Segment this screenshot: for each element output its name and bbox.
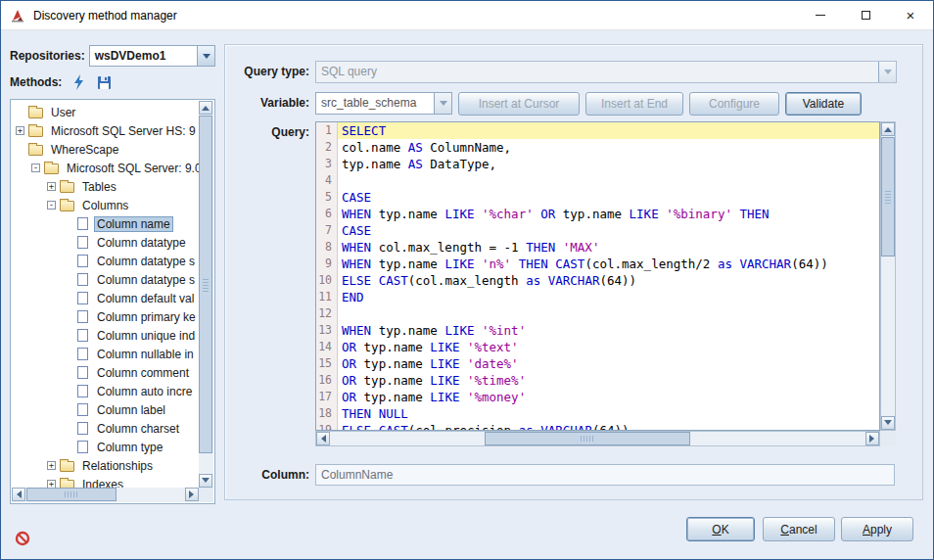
tree-item-label: Microsoft SQL Server: 9.0 - — [64, 161, 199, 176]
line-number: 11 — [316, 289, 338, 305]
line-number: 14 — [316, 339, 338, 355]
tree-item[interactable]: Column datatype s — [12, 270, 199, 289]
code-line: 12 — [316, 305, 879, 322]
tree-item-label: Column datatype s — [94, 254, 198, 269]
tree-item[interactable]: Column datatype s — [12, 252, 199, 270]
dropdown-arrow-icon — [878, 62, 896, 82]
tree-item-label: Column nullable in — [94, 347, 197, 362]
tree-item[interactable]: -Microsoft SQL Server: 9.0 - — [12, 159, 199, 177]
tree-indent — [63, 219, 71, 228]
tree-horizontal-scrollbar[interactable] — [12, 488, 199, 502]
tree-item[interactable]: Column label — [12, 400, 199, 419]
tree-item[interactable]: Column unique ind — [12, 326, 199, 345]
variable-combobox[interactable]: src_table_schema — [315, 92, 452, 115]
repositories-row: Repositories: wsDVDemo1 — [10, 44, 215, 68]
tree-item[interactable]: User — [12, 103, 199, 121]
scroll-down-button[interactable] — [199, 474, 212, 488]
cancel-button[interactable]: Cancel — [763, 517, 835, 541]
close-button[interactable]: × — [888, 1, 933, 29]
tree-item[interactable]: Column name — [12, 214, 199, 233]
tree-item[interactable]: Column datatype — [12, 233, 199, 252]
scroll-up-button[interactable] — [199, 101, 212, 115]
tree-vertical-scrollbar[interactable] — [199, 101, 213, 488]
maximize-button[interactable] — [843, 1, 888, 29]
minimize-button[interactable] — [798, 1, 843, 29]
scrollbar-thumb[interactable] — [485, 432, 690, 445]
code-line: 14OR typ.name LIKE '%text' — [316, 339, 879, 355]
save-method-button[interactable] — [95, 73, 113, 91]
column-field[interactable] — [315, 464, 895, 486]
tree-indent — [16, 108, 24, 117]
expand-icon[interactable]: + — [47, 182, 56, 191]
methods-label: Methods: — [10, 75, 62, 89]
scroll-down-button[interactable] — [881, 416, 895, 430]
collapse-icon[interactable]: - — [31, 163, 40, 172]
dropdown-arrow-icon[interactable] — [197, 46, 214, 66]
tree-item[interactable]: Column primary ke — [12, 307, 199, 326]
document-icon — [77, 385, 88, 397]
sql-editor-content: 1SELECT2col.name AS ColumnName,3typ.name… — [316, 122, 879, 431]
tree-item[interactable]: Column comment — [12, 363, 199, 382]
dropdown-arrow-icon[interactable] — [434, 93, 451, 114]
scroll-left-button[interactable] — [12, 488, 25, 501]
minimize-icon — [816, 15, 825, 16]
tree-item[interactable]: WhereScape — [12, 140, 199, 159]
scroll-right-button[interactable] — [185, 488, 199, 501]
tree-item[interactable]: Column type — [12, 438, 199, 456]
scrollbar-thumb[interactable] — [881, 137, 895, 257]
line-number: 1 — [316, 122, 338, 139]
tree-item[interactable]: Column auto incre — [12, 382, 199, 400]
insert-at-cursor-button: Insert at Cursor — [458, 92, 580, 116]
tree-item[interactable]: +Relationships — [12, 456, 199, 475]
folder-icon — [60, 480, 74, 488]
code-line: 2col.name AS ColumnName, — [316, 139, 879, 156]
tree-indent — [63, 405, 71, 414]
tree-indent — [16, 145, 24, 154]
scroll-right-button[interactable] — [865, 432, 879, 445]
tree-indent — [63, 368, 71, 377]
expand-icon[interactable]: + — [47, 461, 56, 470]
document-icon — [77, 217, 88, 230]
validate-button[interactable]: Validate — [785, 92, 862, 116]
line-number: 9 — [316, 256, 338, 272]
editor-horizontal-scrollbar[interactable] — [315, 431, 880, 446]
window-controls: × — [798, 1, 933, 29]
apply-button[interactable]: Apply — [841, 517, 913, 541]
tree-indent — [63, 312, 71, 321]
line-number: 19 — [316, 422, 338, 431]
tree-item[interactable]: Column nullable in — [12, 345, 199, 363]
scrollbar-thumb[interactable] — [26, 488, 117, 501]
sql-editor[interactable]: 1SELECT2col.name AS ColumnName,3typ.name… — [315, 121, 880, 431]
tree-item-label: Column primary ke — [94, 309, 199, 325]
tree-item[interactable]: +Microsoft SQL Server HS: 9 — [12, 121, 199, 140]
expand-icon[interactable]: + — [16, 126, 24, 135]
refresh-methods-button[interactable] — [70, 73, 87, 91]
tree-item[interactable]: +Tables — [12, 177, 199, 196]
collapse-icon[interactable]: - — [47, 201, 56, 210]
tree-item[interactable]: -Columns — [12, 196, 199, 214]
line-number: 3 — [316, 156, 338, 172]
line-number: 5 — [316, 189, 338, 206]
code-line: 6WHEN typ.name LIKE '%char' OR typ.name … — [316, 206, 879, 222]
code-line: 5CASE — [316, 189, 879, 206]
close-icon: × — [907, 8, 915, 23]
folder-icon — [60, 461, 74, 472]
scroll-up-button[interactable] — [881, 122, 895, 136]
code-line: 3typ.name AS DataType, — [316, 156, 879, 172]
expand-icon[interactable]: + — [47, 480, 56, 488]
save-icon — [97, 75, 112, 90]
tree-item[interactable]: Column charset — [12, 419, 199, 438]
method-tree[interactable]: User+Microsoft SQL Server HS: 9WhereScap… — [12, 101, 199, 488]
scrollbar-thumb[interactable] — [199, 116, 212, 453]
line-number: 18 — [316, 405, 338, 422]
tree-item[interactable]: +Indexes — [12, 475, 199, 488]
scroll-left-button[interactable] — [316, 432, 330, 445]
code-line: 13WHEN typ.name LIKE '%int' — [316, 322, 879, 339]
ok-button[interactable]: OK — [686, 517, 755, 541]
insert-at-end-button: Insert at End — [585, 92, 683, 116]
left-panel: Repositories: wsDVDemo1 Methods: — [10, 44, 215, 504]
tree-item[interactable]: Column default val — [12, 289, 199, 307]
repositories-combobox[interactable]: wsDVDemo1 — [89, 45, 215, 67]
editor-vertical-scrollbar[interactable] — [880, 121, 896, 431]
variable-label: Variable: — [225, 96, 309, 110]
